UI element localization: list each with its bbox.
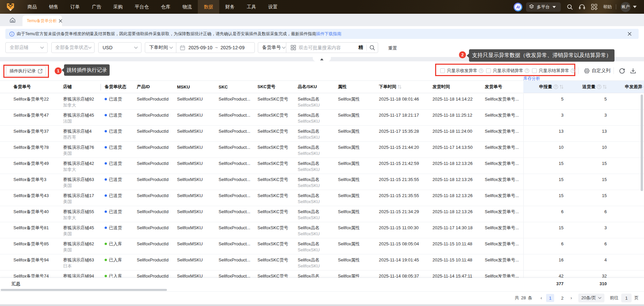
column-header-下单时间[interactable]: 下单时间 [375, 81, 428, 93]
nav-item-平台仓[interactable]: 平台仓 [129, 0, 155, 14]
sort-icon[interactable] [603, 84, 607, 89]
search-icon[interactable] [567, 4, 573, 10]
page-size-select[interactable]: 20条/页 [578, 294, 604, 302]
column-header-送货量[interactable]: 送货量 [568, 81, 611, 93]
exact-match-toggle[interactable]: 精 [358, 45, 363, 51]
page-number-1[interactable]: 1 [546, 294, 554, 302]
table-row[interactable]: Sellfox备货单号40赛狐演示店铺55加拿大已送货SellfoxProduc… [0, 206, 644, 222]
nav-item-仓库[interactable]: 仓库 [155, 0, 176, 14]
help-circle-icon[interactable] [597, 84, 601, 89]
nav-item-工具[interactable]: 工具 [241, 0, 262, 14]
table-row[interactable]: Sellfox备货单号94赛狐演示店铺63日本已入库SellfoxProduct… [0, 254, 644, 270]
date-start-input[interactable]: 2025-09-10 [188, 45, 213, 50]
collapse-filters-button[interactable] [313, 57, 331, 61]
plugin-download-guide-link[interactable]: 插件下载指南 [316, 31, 341, 37]
search-input[interactable] [296, 45, 358, 50]
layers-icon [529, 4, 534, 10]
nav-item-商品[interactable]: 商品 [21, 0, 43, 14]
checkbox-只显示结算异常[interactable]: 只显示结算异常 [532, 68, 575, 74]
table-header: 备货单号店铺备货单状态产品IDMSKUSKCSKC货号品名/SKU属性下单时间发… [0, 80, 644, 93]
banner-close-icon[interactable] [628, 32, 632, 36]
cell-delivered: 6 [604, 209, 607, 214]
plugin-execution-log-button[interactable]: 插件执行记录 [6, 66, 46, 76]
nav-item-广告[interactable]: 广告 [86, 0, 107, 14]
column-title: 备货单状态 [105, 84, 126, 90]
goto-page-input[interactable]: 1 [621, 294, 632, 302]
reset-button[interactable]: 重置 [388, 45, 397, 51]
table-row[interactable]: Sellfox备货单号78赛狐演示店铺76美国已送货SellfoxProduct… [0, 142, 644, 158]
nav-item-订单[interactable]: 订单 [64, 0, 86, 14]
sort-icon[interactable] [560, 84, 564, 89]
account-chevron-down-icon[interactable] [633, 6, 637, 8]
custom-columns-button[interactable]: 自定义列 [584, 68, 610, 74]
checkbox-box[interactable] [532, 68, 537, 73]
batch-search-icon[interactable] [291, 45, 296, 50]
download-icon[interactable] [630, 68, 636, 74]
help-circle-icon[interactable] [571, 68, 575, 73]
checkbox-box[interactable] [486, 68, 491, 73]
table-row[interactable]: Sellfox备货单号81赛狐演示店铺45美国已送货SellfoxProduct… [0, 222, 644, 238]
table-row[interactable]: Sellfox备货单号74赛狐演示店铺94美国已入库SellfoxProduct… [0, 270, 644, 278]
prev-page-icon[interactable]: ‹ [538, 295, 544, 301]
apps-grid-icon[interactable] [591, 4, 597, 10]
tab-close-icon[interactable] [59, 19, 62, 23]
cell-skc-no: SellfoxSKC货号 [257, 273, 288, 278]
nav-item-财务[interactable]: 财务 [219, 0, 241, 14]
cell-skc: SellfoxProduct... [219, 113, 250, 118]
nav-item-设置[interactable]: 设置 [262, 0, 284, 14]
help-link[interactable]: 帮助 [603, 4, 612, 10]
column-header-申发差异[interactable]: 申发差异 [611, 81, 644, 93]
cell-declared: 5 [561, 97, 564, 102]
support-headset-icon[interactable] [579, 4, 585, 10]
shop-select[interactable]: 全部店铺 [5, 42, 48, 53]
table-row[interactable]: Sellfox备货单号49赛狐演示店铺42加拿大已送货SellfoxProduc… [0, 158, 644, 174]
cell-order-no: Sellfox备货单号37 [13, 129, 49, 134]
home-icon[interactable] [10, 17, 15, 23]
nav-menu: 商品销售订单广告采购平台仓仓库物流数据财务工具设置 [21, 0, 284, 14]
page-number-2[interactable]: 2 [558, 294, 566, 302]
next-page-icon[interactable]: › [568, 295, 574, 301]
sort-icon[interactable] [398, 84, 402, 89]
table-row[interactable]: Sellfox备货单号3赛狐演示店铺63美国已送货SellfoxProductI… [0, 174, 644, 190]
checkbox-只显示收发异常[interactable]: 只显示收发异常 [440, 68, 483, 74]
cell-product-id: SellfoxProductId [137, 209, 169, 214]
nav-item-销售[interactable]: 销售 [43, 0, 64, 14]
cell-ship-time: 2025-11-18 14:14:22 [432, 97, 473, 102]
help-circle-icon[interactable] [525, 68, 529, 73]
column-divider[interactable] [101, 84, 101, 90]
horizontal-scrollbar[interactable] [1, 289, 167, 291]
refresh-icon[interactable] [619, 68, 625, 74]
search-submit-icon[interactable] [369, 45, 375, 51]
cell-msku: SellfoxMSKU [177, 129, 203, 134]
nav-item-物流[interactable]: 物流 [176, 0, 198, 14]
column-title: 发货时间 [432, 84, 450, 90]
help-circle-icon[interactable] [479, 68, 483, 73]
platform-switcher[interactable]: 多平台 [526, 2, 561, 12]
checkbox-只显示滞销异常[interactable]: 只显示滞销异常 [486, 68, 529, 74]
column-header-产品ID: 产品ID [133, 81, 173, 93]
time-type-select[interactable]: 下单时间 [145, 43, 176, 53]
account-avatar[interactable]: 账户 [621, 2, 631, 12]
table-row[interactable]: Sellfox备货单号22赛狐演示店铺92加拿大已送货SellfoxProduc… [0, 94, 644, 110]
table-row[interactable]: Sellfox备货单号37赛狐演示店铺4墨西哥已送货SellfoxProduct… [0, 126, 644, 142]
checkbox-box[interactable] [440, 68, 445, 73]
table-row[interactable]: Sellfox备货单号47赛狐演示店铺45法国已送货SellfoxProduct… [0, 110, 644, 126]
date-end-input[interactable]: 2025-12-09 [221, 45, 245, 50]
help-circle-icon[interactable] [553, 84, 558, 89]
search-type-select[interactable]: 备货单号 [258, 43, 286, 53]
vertical-scrollbar[interactable] [641, 95, 643, 191]
table-row[interactable]: Sellfox备货单号85赛狐演示店铺62美国已入库SellfoxProduct… [0, 238, 644, 254]
nav-item-数据[interactable]: 数据 [198, 0, 219, 14]
sellfox-logo-icon[interactable] [7, 3, 14, 11]
ai-assistant-button[interactable]: AI [514, 3, 522, 11]
order-status-select[interactable]: 全部备货单状态 [51, 42, 95, 53]
tab-temu-analysis[interactable]: Temu备货单分析 [22, 15, 62, 26]
cell-order-no: Sellfox备货单号43 [13, 193, 49, 198]
time-type-value: 下单时间 [149, 45, 168, 51]
nav-item-采购[interactable]: 采购 [107, 0, 129, 14]
table-row[interactable]: Sellfox备货单号43赛狐演示店铺17美国已送货SellfoxProduct… [0, 190, 644, 206]
inventory-analysis-group-label[interactable]: 库存分析 [523, 76, 540, 81]
currency-select[interactable]: USD [98, 42, 141, 53]
cell-order-time: 2025-11-15 21:35:55 [379, 177, 419, 182]
column-header-申报量[interactable]: 申报量 [523, 81, 568, 93]
